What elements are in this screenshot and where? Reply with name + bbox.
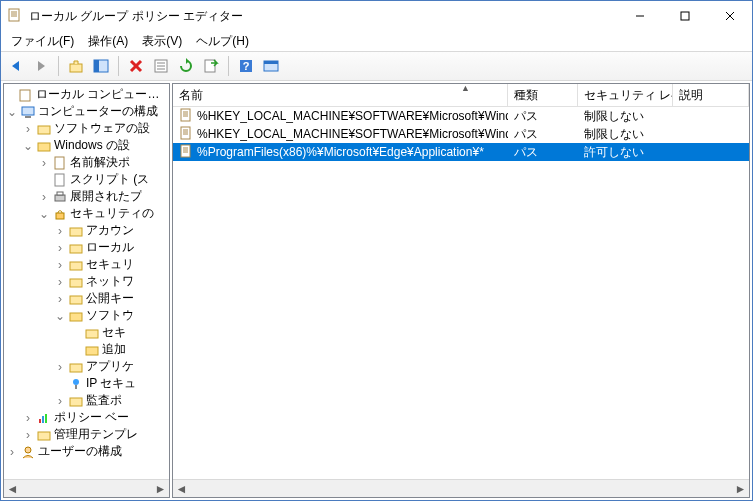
menu-view[interactable]: 表示(V) bbox=[136, 32, 188, 51]
delete-button[interactable] bbox=[125, 55, 147, 77]
svg-rect-47 bbox=[38, 432, 50, 440]
table-row[interactable]: %ProgramFiles(x86)%¥Microsoft¥Edge¥Appli… bbox=[173, 143, 749, 161]
col-security[interactable]: セキュリティ レベル bbox=[578, 84, 673, 106]
close-button[interactable] bbox=[707, 1, 752, 31]
folder-icon bbox=[68, 240, 84, 256]
svg-rect-43 bbox=[70, 398, 82, 406]
col-name[interactable]: 名前 bbox=[173, 84, 508, 106]
folder-open-icon bbox=[36, 138, 52, 154]
list-body[interactable]: %HKEY_LOCAL_MACHINE¥SOFTWARE¥Microsoft¥W… bbox=[173, 107, 749, 479]
svg-rect-57 bbox=[181, 145, 190, 157]
expander-icon[interactable]: › bbox=[52, 394, 68, 408]
expander-icon[interactable]: › bbox=[52, 241, 68, 255]
folder-icon bbox=[68, 291, 84, 307]
up-button[interactable] bbox=[65, 55, 87, 77]
expander-icon[interactable]: › bbox=[36, 156, 52, 170]
menu-help[interactable]: ヘルプ(H) bbox=[190, 32, 255, 51]
properties-button[interactable] bbox=[150, 55, 172, 77]
expander-icon[interactable]: › bbox=[20, 411, 36, 425]
svg-rect-45 bbox=[42, 416, 44, 423]
chart-icon bbox=[36, 410, 52, 426]
tree-security[interactable]: セキュリティの bbox=[70, 205, 154, 222]
tree-account[interactable]: アカウン bbox=[86, 222, 134, 239]
sort-asc-icon: ▲ bbox=[461, 83, 470, 93]
options-button[interactable] bbox=[260, 55, 282, 77]
expander-icon[interactable]: › bbox=[20, 428, 36, 442]
tree-scripts[interactable]: スクリプト (ス bbox=[70, 171, 149, 188]
forward-button[interactable] bbox=[30, 55, 52, 77]
printer-icon bbox=[52, 189, 68, 205]
tree-deployed[interactable]: 展開されたプ bbox=[70, 188, 142, 205]
policy-icon bbox=[52, 155, 68, 171]
tree-ipsec[interactable]: IP セキュ bbox=[86, 375, 136, 392]
tree-admin[interactable]: 管理用テンプレ bbox=[54, 426, 138, 443]
computer-icon bbox=[20, 104, 36, 120]
tree-soft2[interactable]: ソフトウ bbox=[86, 307, 134, 324]
svg-text:?: ? bbox=[243, 60, 250, 72]
minimize-button[interactable] bbox=[617, 1, 662, 31]
scroll-left-icon[interactable]: ◄ bbox=[4, 480, 21, 497]
refresh-button[interactable] bbox=[175, 55, 197, 77]
table-row[interactable]: %HKEY_LOCAL_MACHINE¥SOFTWARE¥Microsoft¥W… bbox=[173, 125, 749, 143]
svg-rect-29 bbox=[55, 195, 65, 201]
back-button[interactable] bbox=[5, 55, 27, 77]
maximize-button[interactable] bbox=[662, 1, 707, 31]
show-hide-tree-button[interactable] bbox=[90, 55, 112, 77]
menu-action[interactable]: 操作(A) bbox=[82, 32, 134, 51]
expander-icon[interactable]: › bbox=[52, 360, 68, 374]
scroll-right-icon[interactable]: ► bbox=[732, 480, 749, 497]
rule-icon bbox=[179, 126, 193, 143]
row-name: %ProgramFiles(x86)%¥Microsoft¥Edge¥Appli… bbox=[173, 144, 508, 161]
scroll-right-icon[interactable]: ► bbox=[152, 480, 169, 497]
row-type: パス bbox=[508, 126, 578, 143]
tree-seki[interactable]: セキ bbox=[102, 324, 126, 341]
tree-hscrollbar[interactable]: ◄ ► bbox=[4, 479, 169, 497]
expander-icon[interactable]: › bbox=[52, 224, 68, 238]
help-button[interactable]: ? bbox=[235, 55, 257, 77]
tree-app[interactable]: アプリケ bbox=[86, 358, 134, 375]
expander-icon[interactable]: ⌄ bbox=[20, 139, 36, 153]
tree-windows[interactable]: Windows の設 bbox=[54, 137, 130, 154]
expander-icon[interactable]: › bbox=[52, 292, 68, 306]
svg-rect-39 bbox=[86, 347, 98, 355]
tree-user[interactable]: ユーザーの構成 bbox=[38, 443, 122, 460]
tree-local[interactable]: ローカル bbox=[86, 239, 134, 256]
row-type: パス bbox=[508, 108, 578, 125]
row-name: %HKEY_LOCAL_MACHINE¥SOFTWARE¥Microsoft¥W… bbox=[173, 126, 508, 143]
tree-add[interactable]: 追加 bbox=[102, 341, 126, 358]
tree-audit[interactable]: 監査ポ bbox=[86, 392, 122, 409]
export-button[interactable] bbox=[200, 55, 222, 77]
tree-name-res[interactable]: 名前解決ポ bbox=[70, 154, 130, 171]
menu-file[interactable]: ファイル(F) bbox=[5, 32, 80, 51]
list-hscrollbar[interactable]: ◄ ► bbox=[173, 479, 749, 497]
table-row[interactable]: %HKEY_LOCAL_MACHINE¥SOFTWARE¥Microsoft¥W… bbox=[173, 107, 749, 125]
expander-icon[interactable]: › bbox=[4, 445, 20, 459]
tree-public[interactable]: 公開キー bbox=[86, 290, 134, 307]
expander-icon[interactable]: ⌄ bbox=[52, 309, 68, 323]
folder-icon bbox=[84, 325, 100, 341]
svg-rect-28 bbox=[55, 174, 64, 186]
expander-icon[interactable]: ⌄ bbox=[4, 105, 20, 119]
expander-icon[interactable]: ⌄ bbox=[36, 207, 52, 221]
row-name: %HKEY_LOCAL_MACHINE¥SOFTWARE¥Microsoft¥W… bbox=[173, 108, 508, 125]
tree-root[interactable]: ローカル コンピューター ポ bbox=[36, 86, 169, 103]
folder-icon bbox=[68, 359, 84, 375]
svg-rect-42 bbox=[75, 385, 77, 389]
expander-icon[interactable]: › bbox=[52, 258, 68, 272]
tree-software[interactable]: ソフトウェアの設 bbox=[54, 120, 150, 137]
lock-icon bbox=[52, 206, 68, 222]
folder-icon bbox=[68, 257, 84, 273]
expander-icon[interactable]: › bbox=[52, 275, 68, 289]
svg-rect-34 bbox=[70, 262, 82, 270]
tree-policy-base[interactable]: ポリシー ベー bbox=[54, 409, 129, 426]
expander-icon[interactable]: › bbox=[20, 122, 36, 136]
tree-network[interactable]: ネットワ bbox=[86, 273, 134, 290]
tree-secu2[interactable]: セキュリ bbox=[86, 256, 134, 273]
scroll-left-icon[interactable]: ◄ bbox=[173, 480, 190, 497]
expander-icon[interactable]: › bbox=[36, 190, 52, 204]
col-type[interactable]: 種類 bbox=[508, 84, 578, 106]
tree-computer[interactable]: コンピューターの構成 bbox=[38, 103, 158, 120]
svg-rect-21 bbox=[264, 61, 278, 64]
app-icon bbox=[7, 7, 23, 26]
col-desc[interactable]: 説明 bbox=[673, 84, 749, 106]
